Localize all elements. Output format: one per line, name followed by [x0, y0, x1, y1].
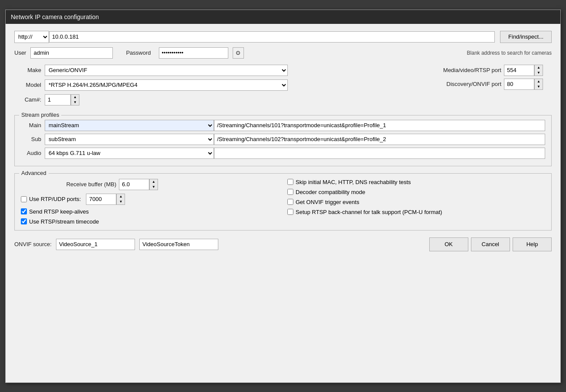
advanced-columns: Receive buffer (MB) ▲ ▼: [21, 179, 545, 225]
discovery-port-row: Discovery/ONVIF port ▲ ▼: [415, 79, 543, 90]
make-select[interactable]: Generic/ONVIF: [45, 65, 288, 76]
camnum-spin-up[interactable]: ▲: [71, 95, 79, 100]
audio-stream-row: Audio 64 kbps G.711 u-law: [21, 148, 545, 159]
main-stream-label: Main: [21, 122, 45, 128]
main-stream-path[interactable]: [214, 120, 545, 131]
receive-buffer-label: Receive buffer (MB): [21, 181, 116, 188]
get-onvif-label[interactable]: Get ONVIF trigger events: [287, 199, 359, 205]
discovery-port-label: Discovery/ONVIF port: [415, 81, 501, 87]
onvif-source2-input[interactable]: [139, 239, 218, 250]
send-rtsp-checkbox[interactable]: [21, 208, 27, 214]
decoder-compat-row: Decoder compatibility mode: [287, 189, 545, 195]
rtp-port-spinner-btns: ▲ ▼: [116, 194, 125, 205]
footer-row: ONVIF source: OK Cancel Help: [14, 237, 552, 251]
send-rtsp-text: Send RTSP keep-alives: [29, 208, 89, 215]
get-onvif-row: Get ONVIF trigger events: [287, 199, 545, 205]
receive-buffer-spin-down[interactable]: ▼: [150, 184, 158, 190]
onvif-source1-input[interactable]: [56, 239, 135, 250]
skip-mac-checkbox[interactable]: [287, 179, 293, 185]
camnum-spin-down[interactable]: ▼: [71, 100, 79, 105]
sub-stream-select[interactable]: subStream: [45, 134, 214, 145]
receive-buffer-spin-up[interactable]: ▲: [150, 179, 158, 184]
make-label: Make: [14, 67, 45, 73]
audio-stream-path[interactable]: [214, 148, 545, 159]
model-row: Model *RTSP H.264/H.265/MJPG/MPEG4: [14, 79, 415, 91]
setup-rtsp-checkbox[interactable]: [287, 209, 293, 215]
skip-mac-row: Skip initial MAC, HTTP, DNS reachability…: [287, 179, 545, 185]
decoder-compat-label[interactable]: Decoder compatibility mode: [287, 189, 365, 195]
decoder-compat-text: Decoder compatibility mode: [296, 189, 365, 195]
password-input[interactable]: [159, 47, 228, 59]
receive-buffer-row: Receive buffer (MB) ▲ ▼: [21, 179, 279, 190]
stream-profiles-box: Stream profiles Main mainStream Sub subS…: [14, 115, 552, 166]
advanced-box: Advanced Receive buffer (MB) ▲ ▼: [14, 173, 552, 231]
sub-stream-row: Sub subStream: [21, 134, 545, 145]
receive-buffer-input[interactable]: [119, 179, 149, 190]
eye-icon: ⊙: [236, 49, 240, 56]
camnum-row: Cam#: ▲ ▼: [14, 94, 415, 105]
model-select[interactable]: *RTSP H.264/H.265/MJPG/MPEG4: [45, 79, 288, 91]
url-input[interactable]: [49, 31, 495, 43]
use-rtp-row: Use RTP/UDP ports: ▲ ▼: [21, 194, 279, 205]
discovery-port-spin-down[interactable]: ▼: [535, 84, 543, 89]
discovery-port-input[interactable]: [504, 79, 534, 90]
user-input[interactable]: [30, 47, 113, 59]
ports-section: Media/video/RTSP port ▲ ▼ Discovery/ONVI…: [415, 65, 543, 90]
rtp-port-spin-down[interactable]: ▼: [117, 199, 125, 204]
advanced-title: Advanced: [19, 170, 49, 176]
password-label: Password: [126, 49, 151, 56]
main-stream-row: Main mainStream: [21, 120, 545, 131]
sub-stream-label: Sub: [21, 136, 45, 142]
dialog-title: Network IP camera configuration: [11, 13, 99, 20]
find-inspect-button[interactable]: Find/inspect...: [500, 31, 552, 43]
footer-buttons: OK Cancel Help: [429, 237, 552, 251]
credentials-row: User Password ⊙ Blank address to search …: [14, 47, 552, 59]
get-onvif-text: Get ONVIF trigger events: [296, 199, 359, 205]
camnum-label: Cam#:: [14, 96, 45, 103]
main-stream-select[interactable]: mainStream: [45, 120, 214, 131]
help-button[interactable]: Help: [513, 237, 552, 251]
media-port-spinner-btns: ▲ ▼: [534, 65, 543, 76]
send-rtsp-row: Send RTSP keep-alives: [21, 208, 279, 215]
onvif-source-label: ONVIF source:: [14, 241, 52, 247]
get-onvif-checkbox[interactable]: [287, 199, 293, 205]
use-rtsp-timecode-checkbox[interactable]: [21, 218, 27, 224]
media-port-label: Media/video/RTSP port: [415, 67, 501, 73]
use-rtp-label[interactable]: Use RTP/UDP ports:: [21, 196, 81, 202]
audio-stream-select[interactable]: 64 kbps G.711 u-law: [45, 148, 214, 159]
media-port-row: Media/video/RTSP port ▲ ▼: [415, 65, 543, 76]
make-row: Make Generic/ONVIF: [14, 65, 415, 76]
blank-address-hint: Blank address to search for cameras: [467, 50, 552, 56]
skip-mac-text: Skip initial MAC, HTTP, DNS reachability…: [296, 179, 411, 185]
setup-rtsp-row: Setup RTSP back-channel for talk support…: [287, 209, 545, 215]
setup-rtsp-text: Setup RTSP back-channel for talk support…: [296, 209, 442, 215]
rtp-port-input[interactable]: [86, 194, 116, 205]
send-rtsp-label[interactable]: Send RTSP keep-alives: [21, 208, 89, 215]
audio-stream-label: Audio: [21, 150, 45, 156]
use-rtsp-timecode-text: Use RTSP/stream timecode: [29, 218, 99, 225]
model-label: Model: [14, 82, 45, 88]
camnum-spinner: ▲ ▼: [45, 94, 79, 105]
setup-rtsp-label[interactable]: Setup RTSP back-channel for talk support…: [287, 209, 442, 215]
media-port-spin-down[interactable]: ▼: [535, 70, 543, 76]
decoder-compat-checkbox[interactable]: [287, 189, 293, 195]
show-password-button[interactable]: ⊙: [233, 47, 244, 59]
use-rtp-text: Use RTP/UDP ports:: [29, 196, 81, 202]
dialog-window: Network IP camera configuration http:// …: [5, 10, 561, 383]
ok-button[interactable]: OK: [429, 237, 468, 251]
use-rtsp-timecode-label[interactable]: Use RTSP/stream timecode: [21, 218, 99, 225]
advanced-left: Receive buffer (MB) ▲ ▼: [21, 179, 279, 225]
use-rtp-checkbox[interactable]: [21, 196, 27, 202]
skip-mac-label[interactable]: Skip initial MAC, HTTP, DNS reachability…: [287, 179, 411, 185]
camnum-input[interactable]: [45, 94, 71, 105]
cancel-button[interactable]: Cancel: [471, 237, 510, 251]
media-port-spin-up[interactable]: ▲: [535, 65, 543, 70]
use-rtsp-timecode-row: Use RTSP/stream timecode: [21, 218, 279, 225]
user-label: User: [14, 49, 26, 56]
rtp-port-spin-up[interactable]: ▲: [117, 194, 125, 199]
discovery-port-spin-up[interactable]: ▲: [535, 79, 543, 84]
sub-stream-path[interactable]: [214, 134, 545, 145]
protocol-select[interactable]: http://: [14, 31, 49, 43]
url-row: http:// Find/inspect...: [14, 31, 552, 43]
media-port-input[interactable]: [504, 65, 534, 76]
